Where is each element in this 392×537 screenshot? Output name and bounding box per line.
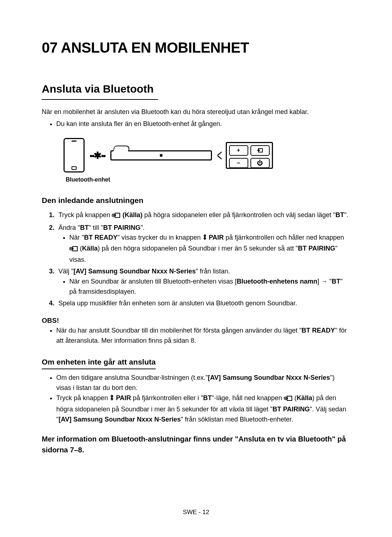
power-panel-icon: ⏻ (250, 158, 270, 168)
connection-diagram: ••✱•• < + − ⏻ (64, 138, 350, 172)
source-panel-icon (250, 145, 270, 156)
step-1: Tryck på knappen (Källa) på högra sidopa… (56, 210, 350, 221)
page-number: SWE - 12 (0, 508, 392, 517)
step-2-sub: När "BT READY" visas trycker du in knapp… (69, 233, 350, 265)
subheading-troubleshoot: Om enheten inte går att ansluta (42, 356, 156, 370)
source-icon (284, 394, 293, 404)
bluetooth-icon (203, 233, 207, 244)
section-title: Ansluta via Bluetooth (42, 81, 158, 100)
side-panel-icon: + − ⏻ (226, 142, 273, 169)
volume-up-icon: + (229, 145, 248, 156)
fail-bullet-2: Tryck på knappen PAIR på fjärrkontrollen… (56, 393, 350, 425)
intro-bullet: Du kan inte ansluta fler än en Bluetooth… (56, 119, 350, 129)
bluetooth-wave-icon: ••✱•• (90, 148, 105, 163)
step-3-sub: När en Soundbar är ansluten till Bluetoo… (69, 277, 350, 297)
chapter-title: 07 ANSLUTA EN MOBILENHET (42, 36, 350, 59)
volume-down-icon: − (229, 158, 248, 168)
note-heading: OBS! (42, 315, 350, 326)
intro-text: När en mobilenhet är ansluten via Blueto… (42, 107, 350, 117)
more-info: Mer information om Bluetooth-anslutninga… (42, 434, 350, 455)
source-icon (69, 245, 78, 255)
step-4: Spela upp musikfiler från enheten som är… (56, 298, 350, 309)
diagram-label: Bluetooth-enhet (66, 175, 350, 184)
connector-icon: < (217, 143, 222, 168)
step-3: Välj "[AV] Samsung Soundbar Nxxx N-Serie… (56, 267, 350, 297)
source-icon (112, 211, 121, 221)
phone-icon (64, 138, 85, 172)
note-bullet: När du har anslutit Soundbar till din mo… (56, 326, 350, 346)
subheading-initial: Den inledande anslutningen (42, 195, 350, 207)
step-2: Ändra "BT" till "BT PAIRING". När "BT RE… (56, 223, 350, 265)
soundbar-icon (110, 150, 212, 160)
bluetooth-icon (110, 394, 114, 404)
fail-bullet-1: Om den tidigare anslutna Soundbar-listni… (56, 373, 350, 393)
